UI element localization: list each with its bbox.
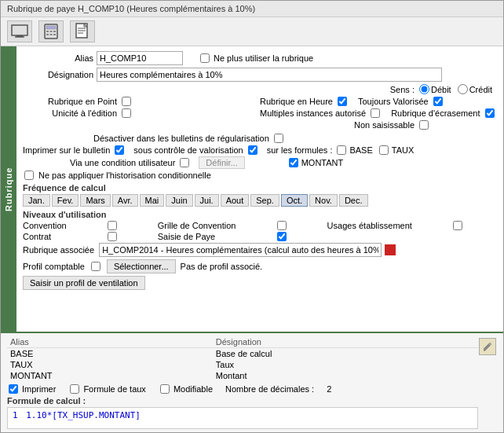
grille-convention-label: Grille de Convention: [158, 221, 269, 230]
modifiable-item: Modifiable: [159, 384, 213, 394]
no-profil-label: Pas de profil associé.: [181, 262, 263, 271]
convention-checkbox[interactable]: [108, 221, 117, 230]
usages-etablissement-checkbox[interactable]: [453, 221, 462, 230]
rubrique-associee-label: Rubrique associée: [23, 245, 94, 255]
freq-btn-fev[interactable]: Fev.: [52, 194, 79, 207]
unicite-edition-checkbox[interactable]: [122, 108, 131, 118]
doc-icon-btn[interactable]: [70, 20, 95, 42]
table-designation-cell: Montant: [213, 370, 478, 381]
alias-table: Alias Désignation BASEBase de calculTAUX…: [7, 336, 478, 381]
via-condition-checkbox[interactable]: [180, 158, 189, 167]
imprimer-bottom-checkbox[interactable]: [9, 384, 18, 394]
svg-rect-0: [12, 25, 27, 35]
bottom-content: Alias Désignation BASEBase de calculTAUX…: [7, 336, 497, 429]
toolbar: [1, 17, 503, 46]
profil-label: Profil comptable: [23, 262, 85, 271]
designation-col-header: Désignation: [213, 336, 478, 348]
multiples-instances-row: Multiples instances autorisé Rubrique d'…: [260, 108, 497, 118]
options-left: Rubrique en Point Unicité à l'édition: [23, 97, 260, 132]
grille-convention-checkbox[interactable]: [277, 221, 287, 230]
freq-btn-nov[interactable]: Nov.: [309, 194, 338, 207]
via-condition-row: Via une condition utilisateur Définir...…: [23, 156, 497, 169]
definir-btn[interactable]: Définir...: [199, 156, 244, 169]
taux-label: TAUX: [392, 145, 415, 155]
calculator-icon-btn[interactable]: [38, 20, 64, 42]
freq-btn-avr[interactable]: Avr.: [112, 194, 138, 207]
table-row: TAUXTaux: [7, 359, 478, 370]
desactiver-row: Désactiver dans les bulletins de régular…: [23, 134, 497, 143]
profil-checkbox[interactable]: [91, 262, 100, 271]
freq-btn-jan[interactable]: Jan.: [23, 194, 50, 207]
title-bar: Rubrique de paye H_COMP10 (Heures complé…: [1, 1, 503, 17]
designation-label: Désignation: [23, 70, 93, 79]
imprimer-checkbox[interactable]: [115, 145, 124, 155]
modifiable-label: Modifiable: [173, 384, 213, 394]
rubrique-en-point-label: Rubrique en Point: [23, 97, 117, 106]
rubrique-ecrasement-checkbox[interactable]: [485, 108, 495, 118]
freq-btn-mars[interactable]: Mars: [80, 194, 110, 207]
rubrique-associee-input[interactable]: [99, 243, 382, 257]
left-tab-rubrique: Rubrique: [1, 46, 16, 332]
contrat-checkbox[interactable]: [108, 232, 117, 241]
base-checkbox[interactable]: [337, 145, 346, 155]
table-row: BASEBase de calcul: [7, 348, 478, 360]
historisation-row: Ne pas appliquer l'historisation conditi…: [23, 171, 497, 180]
monitor-icon-btn[interactable]: [7, 20, 32, 42]
edit-icon-btn[interactable]: [479, 338, 496, 355]
formule-taux-checkbox[interactable]: [70, 384, 79, 394]
table-alias-cell: TAUX: [7, 359, 213, 370]
rubrique-en-point-checkbox[interactable]: [122, 97, 131, 106]
table-designation-cell: Base de calcul: [213, 348, 478, 360]
multiples-instances-checkbox[interactable]: [371, 108, 380, 118]
sens-credit-radio[interactable]: [458, 84, 468, 94]
nb-decimales-label: Nombre de décimales :: [225, 384, 314, 394]
freq-btn-oct[interactable]: Oct.: [281, 194, 308, 207]
taux-checkbox[interactable]: [379, 145, 389, 155]
alias-col-header: Alias: [7, 336, 213, 348]
rubrique-associee-clear-btn[interactable]: [385, 244, 396, 255]
sens-label: Sens :: [390, 85, 415, 94]
sens-credit-label: Crédit: [469, 85, 492, 94]
frequence-header: Fréquence de calcul: [23, 183, 497, 193]
contrat-label: Contrat: [23, 232, 100, 241]
rubrique-associee-row: Rubrique associée: [23, 243, 497, 257]
historisation-checkbox[interactable]: [24, 171, 34, 180]
freq-btn-aout[interactable]: Aout: [221, 194, 250, 207]
table-designation-cell: Taux: [213, 359, 478, 370]
svg-rect-7: [53, 31, 56, 32]
freq-btn-dec[interactable]: Dec.: [339, 194, 368, 207]
saisie-paye-checkbox[interactable]: [277, 232, 287, 241]
designation-input[interactable]: [97, 68, 442, 82]
sous-controle-label: sous contrôle de valorisation: [133, 145, 243, 155]
freq-btn-mai[interactable]: Mai: [140, 194, 165, 207]
bottom-panel: Alias Désignation BASEBase de calculTAUX…: [1, 332, 503, 432]
convention-label: Convention: [23, 221, 100, 230]
ne-plus-utiliser-checkbox[interactable]: [200, 53, 210, 63]
unicite-edition-row: Unicité à l'édition: [23, 108, 260, 118]
form-area: Alias Ne plus utiliser la rubrique Désig…: [16, 46, 503, 332]
montant-checkbox[interactable]: [289, 158, 298, 167]
selectionner-btn[interactable]: Sélectionner...: [107, 259, 176, 273]
ventilation-btn[interactable]: Saisir un profil de ventilation: [23, 276, 145, 290]
svg-rect-8: [46, 34, 49, 35]
sens-debit-radio[interactable]: [419, 84, 429, 94]
formule-calcul-label: Formule de calcul :: [7, 396, 478, 405]
rubrique-en-heure-row: Rubrique en Heure Toujours Valorisée: [260, 97, 497, 106]
table-alias-cell: MONTANT: [7, 370, 213, 381]
toujours-valorisee-label: Toujours Valorisée: [358, 97, 429, 106]
freq-btn-jui[interactable]: Jui.: [195, 194, 219, 207]
modifiable-checkbox[interactable]: [160, 384, 170, 394]
sous-controle-checkbox[interactable]: [248, 145, 257, 155]
imprimer-row: Imprimer sur le bulletin sous contrôle d…: [23, 145, 497, 155]
bottom-left: Alias Désignation BASEBase de calculTAUX…: [7, 336, 478, 429]
table-row: MONTANTMontant: [7, 370, 478, 381]
alias-input[interactable]: [97, 51, 183, 65]
svg-rect-6: [50, 31, 53, 32]
rubrique-en-heure-checkbox[interactable]: [338, 97, 347, 106]
non-saisissable-checkbox[interactable]: [419, 120, 429, 130]
desactiver-checkbox[interactable]: [274, 134, 283, 143]
toujours-valorisee-checkbox[interactable]: [433, 97, 443, 106]
freq-btn-juin[interactable]: Juin: [166, 194, 192, 207]
freq-btn-sep[interactable]: Sep.: [250, 194, 279, 207]
imprimer-label: Imprimer sur le bulletin: [23, 145, 110, 155]
